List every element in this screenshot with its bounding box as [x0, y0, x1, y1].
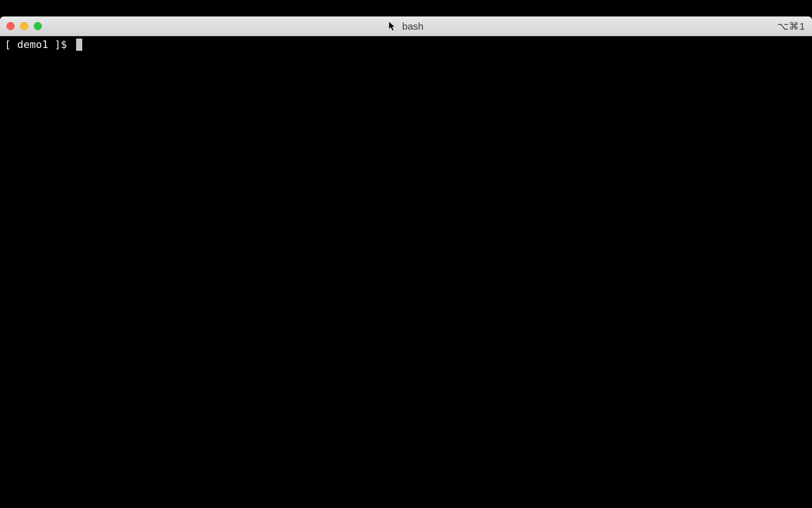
minimize-button[interactable]: [20, 22, 28, 30]
prompt-line[interactable]: [ demo1 ]$: [5, 38, 807, 52]
title-bar[interactable]: bash ⌥⌘1: [0, 16, 812, 36]
window-title: bash: [402, 21, 424, 32]
cursor-block: [76, 39, 82, 51]
terminal-body[interactable]: [ demo1 ]$: [0, 36, 812, 492]
cursor-arrow-icon: [389, 21, 397, 32]
zoom-button[interactable]: [34, 22, 42, 30]
shortcut-indicator: ⌥⌘1: [777, 21, 805, 32]
traffic-lights: [7, 22, 42, 30]
title-center: bash: [389, 21, 424, 32]
close-button[interactable]: [7, 22, 15, 30]
terminal-window: bash ⌥⌘1 [ demo1 ]$: [0, 16, 812, 492]
prompt-text: [ demo1 ]$: [5, 38, 73, 52]
